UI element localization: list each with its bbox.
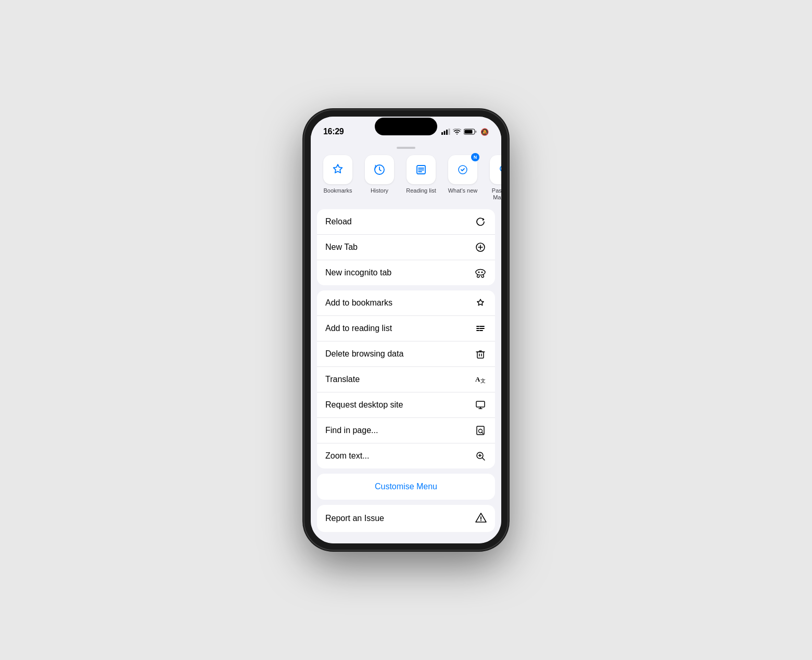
menu-item-find-in-page[interactable]: Find in page... [317, 418, 495, 443]
shortcut-whats-new[interactable]: N What's new [444, 155, 481, 201]
whats-new-badge: N [471, 153, 479, 161]
svg-point-19 [478, 272, 480, 273]
svg-point-18 [476, 270, 485, 275]
add-reading-list-icon [474, 323, 487, 334]
svg-point-12 [500, 166, 501, 171]
menu-item-delete-browsing[interactable]: Delete browsing data [317, 341, 495, 367]
reading-list-icon [414, 162, 428, 177]
battery-icon [464, 129, 477, 135]
wifi-icon [453, 129, 461, 135]
svg-rect-3 [449, 129, 450, 135]
menu-section-2: Add to bookmarks Add to reading list [317, 290, 495, 468]
delete-browsing-label: Delete browsing data [325, 349, 403, 359]
dynamic-island [375, 118, 437, 135]
reading-list-label: Reading list [406, 187, 436, 194]
status-icons: 🔕 [441, 128, 489, 136]
translate-icon: A 文 [474, 374, 487, 385]
svg-rect-27 [477, 352, 484, 358]
menu-item-add-bookmarks[interactable]: Add to bookmarks [317, 290, 495, 316]
bookmarks-star-icon [331, 162, 345, 177]
shortcut-reading-list[interactable]: Reading list [402, 155, 440, 201]
svg-rect-0 [441, 132, 443, 135]
reading-list-icon-wrap [407, 155, 436, 184]
whats-new-icon-wrap: N [448, 155, 477, 184]
desktop-site-icon [474, 400, 487, 410]
bell-icon: 🔕 [480, 128, 489, 136]
shortcut-bookmarks[interactable]: Bookmarks [319, 155, 357, 201]
reload-label: Reload [325, 217, 352, 226]
history-label: History [371, 187, 388, 194]
menu-item-desktop-site[interactable]: Request desktop site [317, 392, 495, 418]
password-key-icon [497, 162, 501, 177]
translate-label: Translate [325, 375, 360, 384]
svg-rect-6 [475, 131, 477, 133]
whats-new-gear-icon [455, 162, 470, 177]
menu-item-zoom-text[interactable]: Zoom text... [317, 443, 495, 468]
menu-section-1: Reload New Tab [317, 209, 495, 285]
shortcut-password-manager[interactable]: Password Manager [486, 155, 501, 201]
status-time: 16:29 [323, 127, 344, 136]
menu-item-translate[interactable]: Translate A 文 [317, 367, 495, 392]
add-bookmarks-icon [474, 298, 487, 308]
phone-screen: 16:29 [311, 117, 501, 543]
history-icon-wrap [365, 155, 394, 184]
password-icon-wrap [490, 155, 501, 184]
find-in-page-label: Find in page... [325, 426, 378, 435]
svg-line-41 [483, 458, 485, 461]
menu-item-incognito[interactable]: New incognito tab [317, 260, 495, 285]
menu-item-add-reading-list[interactable]: Add to reading list [317, 316, 495, 341]
menu-scroll: Reload New Tab [311, 205, 501, 543]
svg-rect-5 [465, 130, 473, 134]
svg-rect-1 [444, 131, 446, 135]
report-issue-button[interactable]: Report an Issue [317, 505, 495, 532]
signal-icon [441, 129, 450, 135]
find-in-page-icon [474, 425, 487, 436]
shortcuts-row: Bookmarks History [311, 149, 501, 205]
password-label: Password Manager [486, 187, 501, 201]
bookmarks-label: Bookmarks [323, 187, 352, 194]
svg-text:A: A [475, 375, 480, 383]
history-clock-icon [372, 162, 387, 177]
menu-item-new-tab[interactable]: New Tab [317, 235, 495, 260]
customise-menu-button[interactable]: Customise Menu [317, 474, 495, 500]
svg-rect-34 [476, 401, 485, 407]
zoom-text-icon [474, 451, 487, 461]
svg-point-20 [481, 272, 483, 273]
report-issue-label: Report an Issue [325, 514, 384, 523]
bookmarks-icon-wrap [323, 155, 352, 184]
phone-frame: 16:29 [304, 110, 508, 550]
customise-label: Customise Menu [375, 482, 437, 491]
svg-text:文: 文 [480, 378, 486, 384]
svg-rect-2 [446, 130, 448, 135]
whats-new-label: What's new [448, 187, 478, 194]
delete-browsing-icon [474, 349, 487, 359]
desktop-site-label: Request desktop site [325, 400, 403, 410]
new-tab-label: New Tab [325, 243, 358, 252]
svg-point-45 [480, 520, 481, 521]
reload-icon [474, 217, 487, 227]
new-tab-icon [474, 242, 487, 252]
incognito-icon [474, 268, 487, 278]
add-bookmarks-label: Add to bookmarks [325, 298, 392, 308]
zoom-text-label: Zoom text... [325, 451, 369, 461]
incognito-label: New incognito tab [325, 268, 391, 277]
svg-line-39 [482, 433, 484, 434]
browser-area: Bookmarks History [311, 143, 501, 543]
report-issue-icon [475, 512, 487, 525]
shortcut-history[interactable]: History [361, 155, 398, 201]
add-reading-list-label: Add to reading list [325, 324, 392, 333]
menu-item-reload[interactable]: Reload [317, 209, 495, 235]
